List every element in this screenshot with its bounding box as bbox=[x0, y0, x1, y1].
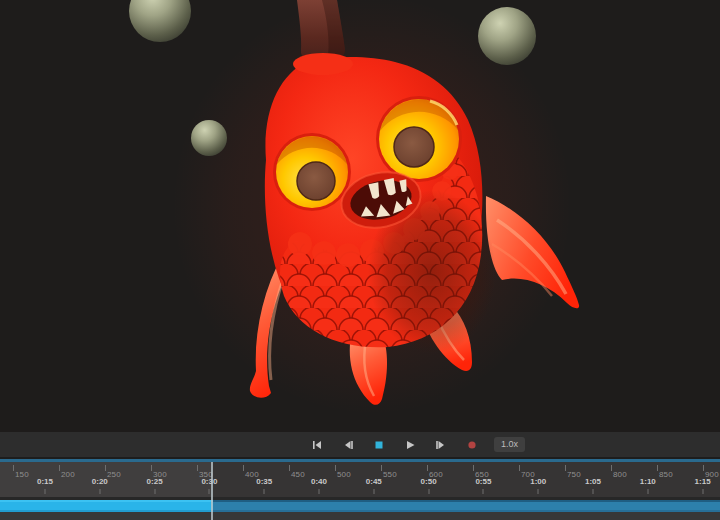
frame-label: 200 bbox=[61, 470, 75, 479]
frame-label: 550 bbox=[383, 470, 397, 479]
bubble bbox=[478, 7, 536, 65]
time-tick bbox=[593, 489, 594, 494]
playback-speed-button[interactable]: 1.0x bbox=[494, 437, 525, 452]
skip-to-start-button[interactable] bbox=[308, 436, 326, 454]
timeline: 1502002503003504004505005506006507007508… bbox=[0, 462, 720, 520]
playback-controls-bar: 1.0x bbox=[0, 432, 720, 457]
progress-played bbox=[0, 500, 213, 512]
time-label: 0:30 bbox=[201, 477, 217, 486]
time-tick bbox=[209, 489, 210, 494]
time-label: 1:10 bbox=[640, 477, 656, 486]
frame-tick bbox=[381, 465, 382, 471]
frame-tick bbox=[197, 465, 198, 471]
time-label: 1:15 bbox=[695, 477, 711, 486]
frame-tick bbox=[59, 465, 60, 471]
frame-tick bbox=[105, 465, 106, 471]
frame-tick bbox=[657, 465, 658, 471]
play-icon bbox=[404, 439, 416, 451]
time-label: 1:05 bbox=[585, 477, 601, 486]
right-eye bbox=[376, 96, 462, 182]
time-tick bbox=[373, 489, 374, 494]
record-button[interactable] bbox=[463, 436, 481, 454]
frame-label: 150 bbox=[15, 470, 29, 479]
bubble bbox=[191, 120, 227, 156]
frame-tick bbox=[427, 465, 428, 471]
time-label: 0:40 bbox=[311, 477, 327, 486]
left-eye bbox=[273, 133, 351, 211]
step-forward-button[interactable] bbox=[432, 436, 450, 454]
stop-icon bbox=[373, 439, 385, 451]
step-forward-icon bbox=[435, 439, 447, 451]
time-tick bbox=[264, 489, 265, 494]
timeline-ruler[interactable]: 1502002503003504004505005506006507007508… bbox=[0, 462, 720, 497]
time-tick bbox=[45, 489, 46, 494]
time-label: 0:35 bbox=[256, 477, 272, 486]
frame-tick bbox=[565, 465, 566, 471]
frame-tick bbox=[335, 465, 336, 471]
frame-tick bbox=[519, 465, 520, 471]
time-label: 0:25 bbox=[147, 477, 163, 486]
scene-art bbox=[0, 0, 720, 432]
frame-tick bbox=[703, 465, 704, 471]
time-tick bbox=[538, 489, 539, 494]
time-label: 0:45 bbox=[366, 477, 382, 486]
play-button[interactable] bbox=[401, 436, 419, 454]
frame-label: 500 bbox=[337, 470, 351, 479]
time-label: 0:20 bbox=[92, 477, 108, 486]
collar bbox=[293, 53, 353, 75]
time-label: 0:55 bbox=[475, 477, 491, 486]
skip-to-start-icon bbox=[311, 439, 323, 451]
preview-canvas[interactable] bbox=[0, 0, 720, 432]
stop-button[interactable] bbox=[370, 436, 388, 454]
time-tick bbox=[483, 489, 484, 494]
time-tick bbox=[319, 489, 320, 494]
time-tick bbox=[99, 489, 100, 494]
frame-label: 850 bbox=[659, 470, 673, 479]
frame-label: 250 bbox=[107, 470, 121, 479]
time-tick bbox=[647, 489, 648, 494]
animation-preview-app: 1.0x 15020025030035040045050055060065070… bbox=[0, 0, 720, 520]
step-backward-icon bbox=[342, 439, 354, 451]
frame-tick bbox=[473, 465, 474, 471]
time-label: 1:00 bbox=[530, 477, 546, 486]
time-tick bbox=[428, 489, 429, 494]
time-label: 0:50 bbox=[421, 477, 437, 486]
time-tick bbox=[154, 489, 155, 494]
frame-label: 750 bbox=[567, 470, 581, 479]
frame-label: 450 bbox=[291, 470, 305, 479]
time-tick bbox=[702, 489, 703, 494]
time-label: 0:15 bbox=[37, 477, 53, 486]
frame-label: 800 bbox=[613, 470, 627, 479]
progress-bar[interactable] bbox=[0, 500, 720, 512]
record-icon bbox=[466, 439, 478, 451]
frame-tick bbox=[13, 465, 14, 471]
frame-tick bbox=[243, 465, 244, 471]
bottom-strip bbox=[0, 512, 720, 520]
step-backward-button[interactable] bbox=[339, 436, 357, 454]
playhead[interactable] bbox=[211, 462, 213, 520]
frame-tick bbox=[151, 465, 152, 471]
frame-tick bbox=[611, 465, 612, 471]
frame-tick bbox=[289, 465, 290, 471]
